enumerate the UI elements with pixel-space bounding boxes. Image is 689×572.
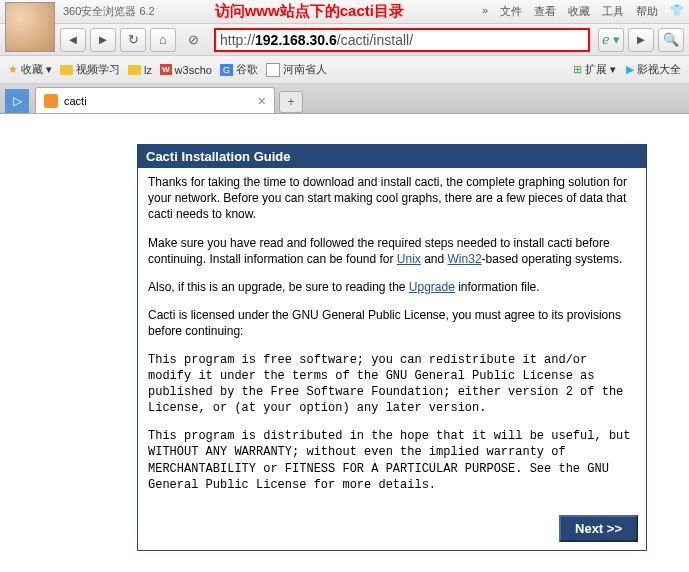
license-intro: Cacti is licensed under the GNU General … bbox=[148, 307, 636, 339]
menu-fav[interactable]: 收藏 bbox=[568, 4, 590, 19]
menu-file[interactable]: 文件 bbox=[500, 4, 522, 19]
next-button[interactable]: Next >> bbox=[559, 515, 638, 542]
extensions-button[interactable]: ⊞扩展 ▾ bbox=[573, 62, 616, 77]
fav-item-4[interactable]: 河南省人 bbox=[266, 62, 327, 77]
forward-button[interactable]: ► bbox=[90, 28, 116, 52]
license-text-2: This program is distributed in the hope … bbox=[148, 428, 636, 493]
fav-item-3[interactable]: G谷歌 bbox=[220, 62, 258, 77]
go-button[interactable]: ► bbox=[628, 28, 654, 52]
title-bar: 360安全浏览器 6.2 访问www站点下的cacti目录 » 文件 查看 收藏… bbox=[0, 0, 689, 24]
skin-icon[interactable]: 👕 bbox=[670, 4, 684, 19]
menu-view[interactable]: 查看 bbox=[534, 4, 556, 19]
prereq-text: Make sure you have read and followed the… bbox=[148, 235, 636, 267]
home-button[interactable]: ⌂ bbox=[150, 28, 176, 52]
favorites-button[interactable]: ★收藏 ▾ bbox=[8, 62, 52, 77]
security-icon[interactable]: ⊘ bbox=[180, 28, 206, 52]
upgrade-text: Also, if this is an upgrade, be sure to … bbox=[148, 279, 636, 295]
menu-arrow[interactable]: » bbox=[482, 4, 488, 19]
license-text-1: This program is free software; you can r… bbox=[148, 352, 636, 417]
menu-help[interactable]: 帮助 bbox=[636, 4, 658, 19]
nav-bar: ◄ ► ↻ ⌂ ⊘ http://192.168.30.6/cacti/inst… bbox=[0, 24, 689, 56]
tab-icon bbox=[44, 94, 58, 108]
url-input[interactable]: http://192.168.30.6/cacti/install/ bbox=[214, 28, 590, 52]
button-row: Next >> bbox=[138, 511, 646, 550]
tab-title: cacti bbox=[64, 95, 87, 107]
search-button[interactable]: 🔍 bbox=[658, 28, 684, 52]
compat-button[interactable]: ℯ ▾ bbox=[598, 28, 624, 52]
upgrade-link[interactable]: Upgrade bbox=[409, 280, 455, 294]
unix-link[interactable]: Unix bbox=[397, 252, 421, 266]
sidebar-toggle[interactable]: ▷ bbox=[5, 89, 29, 113]
win32-link[interactable]: Win32 bbox=[448, 252, 482, 266]
favorites-bar: ★收藏 ▾ 视频学习 lz Ww3scho G谷歌 河南省人 ⊞扩展 ▾ ▶影视… bbox=[0, 56, 689, 84]
new-tab-button[interactable]: + bbox=[279, 91, 303, 113]
tab-cacti[interactable]: cacti × bbox=[35, 87, 275, 113]
install-panel: Cacti Installation Guide Thanks for taki… bbox=[137, 144, 647, 551]
video-button[interactable]: ▶影视大全 bbox=[626, 62, 681, 77]
fav-item-2[interactable]: Ww3scho bbox=[160, 64, 212, 76]
avatar[interactable] bbox=[5, 2, 55, 52]
install-body: Thanks for taking the time to download a… bbox=[138, 168, 646, 511]
menu: » 文件 查看 收藏 工具 帮助 👕 bbox=[482, 4, 684, 19]
fav-item-0[interactable]: 视频学习 bbox=[60, 62, 120, 77]
page-content: Cacti Installation Guide Thanks for taki… bbox=[0, 114, 689, 551]
tab-close-icon[interactable]: × bbox=[258, 93, 266, 109]
menu-tools[interactable]: 工具 bbox=[602, 4, 624, 19]
reload-button[interactable]: ↻ bbox=[120, 28, 146, 52]
browser-name: 360安全浏览器 6.2 bbox=[63, 4, 155, 19]
fav-item-1[interactable]: lz bbox=[128, 64, 152, 76]
url-text: http://192.168.30.6/cacti/install/ bbox=[220, 32, 413, 48]
intro-text: Thanks for taking the time to download a… bbox=[148, 174, 636, 223]
annotation-text: 访问www站点下的cacti目录 bbox=[215, 2, 404, 21]
install-header: Cacti Installation Guide bbox=[138, 145, 646, 168]
back-button[interactable]: ◄ bbox=[60, 28, 86, 52]
tab-bar: ▷ cacti × + bbox=[0, 84, 689, 114]
